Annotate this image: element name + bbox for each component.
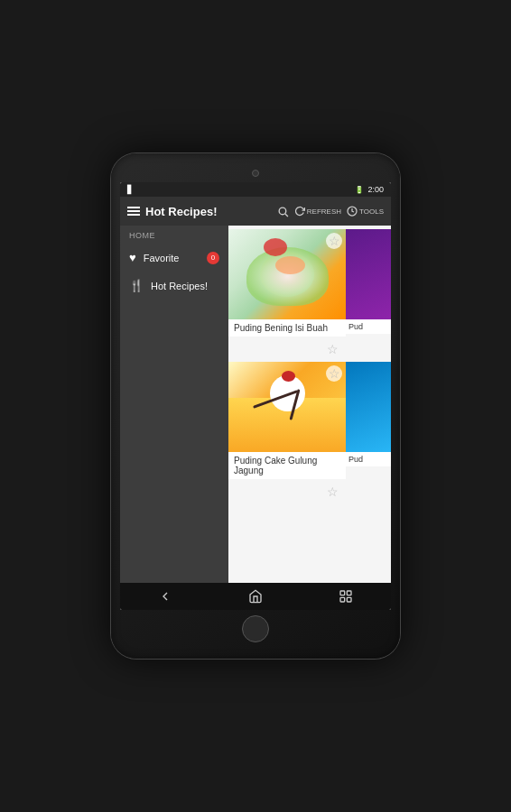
star-button-between[interactable]: ☆ [323, 340, 342, 358]
recipe-name-2: Puding Cake Gulung Jagung [228, 452, 346, 479]
main-content: HOME ♥ Favorite 0 🍴 Hot Recipes! [120, 226, 391, 583]
star-button-1[interactable]: ☆ [326, 233, 342, 249]
star-spacer-2: ☆ [228, 483, 391, 504]
side-image-2 [346, 362, 391, 452]
star-spacer: ☆ [228, 340, 391, 358]
recipe-image-container-1: ☆ [228, 229, 346, 319]
utensils-icon: 🍴 [129, 279, 144, 292]
side-image-1 [346, 229, 391, 319]
star-button-bottom[interactable]: ☆ [323, 483, 342, 501]
sidebar-section-label: HOME [120, 226, 228, 244]
tools-label: TOOLS [359, 208, 384, 216]
svg-rect-2 [340, 591, 345, 595]
recipe-card-1: ☆ Puding Bening Isi Buah Pud [228, 226, 391, 340]
refresh-button[interactable]: REFRESH [294, 206, 341, 217]
front-camera [252, 170, 259, 177]
home-button[interactable] [242, 583, 269, 610]
svg-rect-4 [340, 597, 345, 602]
screen: ▋ 🔋 2:00 Hot Recipes! [120, 182, 391, 610]
sidebar-item-hot-recipes[interactable]: 🍴 Hot Recipes! [120, 272, 228, 300]
tools-button[interactable]: TOOLS [347, 206, 384, 217]
recent-apps-button[interactable] [332, 583, 359, 610]
recipe-main-1: ☆ Puding Bening Isi Buah [228, 229, 346, 337]
svg-point-0 [279, 208, 286, 215]
favorite-label: Favorite [144, 253, 180, 263]
hot-recipes-label: Hot Recipes! [151, 281, 208, 291]
recipe-name-1: Puding Bening Isi Buah [228, 319, 346, 337]
status-bar: ▋ 🔋 2:00 [120, 182, 391, 197]
action-bar: Hot Recipes! REFRESH [120, 197, 391, 226]
device-bottom [120, 615, 391, 642]
physical-home-button[interactable] [242, 615, 269, 642]
star-button-2[interactable]: ☆ [326, 365, 342, 382]
back-button[interactable] [152, 583, 179, 610]
sidebar: HOME ♥ Favorite 0 🍴 Hot Recipes! [120, 226, 228, 583]
svg-rect-5 [347, 597, 351, 602]
action-icons: REFRESH TOOLS [277, 206, 384, 217]
time-display: 2:00 [367, 185, 384, 194]
signal-icon: ▋ [127, 185, 134, 194]
menu-button[interactable] [127, 207, 140, 216]
battery-icon: 🔋 [355, 186, 364, 194]
bottom-nav-bar [120, 583, 391, 610]
recipe-card-2: ☆ Puding Cake Gulung Jagung Pud [228, 358, 391, 483]
favorite-badge: 0 [207, 252, 219, 264]
svg-line-1 [285, 213, 288, 216]
status-right: 🔋 2:00 [355, 185, 384, 194]
app-title: Hot Recipes! [145, 205, 272, 218]
recipe-partial-name-2: Pud [346, 452, 391, 466]
device: ▋ 🔋 2:00 Hot Recipes! [111, 153, 400, 659]
recipe-row-1: ☆ Puding Bening Isi Buah Pud [228, 229, 391, 337]
heart-icon: ♥ [129, 251, 136, 264]
svg-rect-3 [347, 591, 351, 595]
sidebar-item-favorite[interactable]: ♥ Favorite 0 [120, 244, 228, 272]
recipe-main-2: ☆ Puding Cake Gulung Jagung [228, 362, 346, 479]
refresh-label: REFRESH [307, 208, 341, 216]
device-top [120, 170, 391, 177]
recipe-image-container-2: ☆ [228, 362, 346, 452]
recipe-row-2: ☆ Puding Cake Gulung Jagung Pud [228, 362, 391, 479]
recipe-list: ☆ Puding Bening Isi Buah Pud [228, 226, 391, 583]
search-button[interactable] [277, 206, 289, 217]
status-left: ▋ [127, 185, 134, 194]
recipe-partial-name-1: Pud [346, 319, 391, 334]
